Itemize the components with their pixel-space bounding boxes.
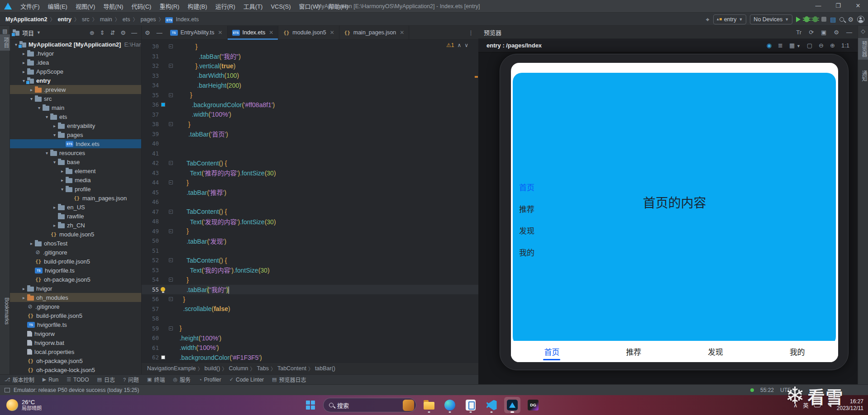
line-number[interactable]: 31 [142,53,159,60]
tool-window-button-版本控制[interactable]: ⎇版本控制 [5,376,34,383]
tree-row[interactable]: ▸zh_CN [10,221,141,230]
tree-row[interactable]: ▸entryability [10,121,141,130]
line-number[interactable]: 61 [142,344,159,351]
code-line[interactable]: 37 .width('100%') [142,110,478,120]
tree-row[interactable]: hvigorw [10,329,141,338]
profile-avatar[interactable] [857,16,864,23]
line-number[interactable]: 54 [142,276,159,283]
menu-item[interactable]: 文件(F) [16,3,44,10]
zoom-in-icon[interactable]: ⊕ [830,42,835,49]
tool-window-button-服务[interactable]: ◎服务 [173,376,191,383]
tree-row[interactable]: ▸AppScope [10,67,141,76]
font-size-icon[interactable]: Tr [796,29,801,36]
line-number[interactable]: 35 [142,92,159,99]
tool-window-button-终端[interactable]: ▣终端 [147,376,165,383]
tree-row[interactable]: ▸.preview [10,85,141,94]
tree-row[interactable]: {}oh-package-lock.json5 [10,365,141,374]
line-number[interactable]: 48 [142,218,159,225]
line-number[interactable]: 55 [142,286,159,293]
chevron-down-icon[interactable]: ▼ [37,30,41,35]
project-structure-icon[interactable]: ▤ [830,14,836,24]
tabstrip-collapse-icon[interactable]: — [153,29,166,36]
tree-row[interactable]: ▸.hvigor [10,49,141,58]
line-number[interactable]: 52 [142,257,159,264]
hide-previewer-icon[interactable]: — [846,29,852,36]
tree-row[interactable]: ▸en_US [10,203,141,212]
tool-window-button-run[interactable]: ▶Run [43,377,58,383]
code-line[interactable]: 62 .backgroundColor('#F1F3F5') [142,353,478,362]
breadcrumb-item[interactable]: src [81,16,91,23]
tree-row[interactable]: {}module.json5 [10,230,141,239]
chevron-icon[interactable]: ▾ [51,160,58,165]
previewer-settings-gear-icon[interactable]: ⚙ [834,29,839,36]
taskbar-app-vscode[interactable] [483,397,500,413]
chevron-icon[interactable]: ▸ [59,169,66,174]
right-strip-tab-2[interactable]: 通知 [858,68,868,84]
tree-row[interactable]: ▾ets [10,112,141,121]
project-tool-tab[interactable]: 项目 [0,34,10,51]
tree-row[interactable]: ▾base [10,157,141,166]
taskbar-search[interactable]: 搜索 [323,398,416,412]
menu-item[interactable]: VCS(S) [267,3,295,10]
zoom-out-icon[interactable]: ⊖ [819,42,824,49]
tool-window-button-todo[interactable]: ☰TODO [67,377,89,383]
editor-tab-entryability-ts[interactable]: TSEntryAbility.ts✕ [166,26,228,40]
line-number[interactable]: 33 [142,72,159,79]
fold-marker-icon[interactable]: − [169,64,173,68]
editor-tab-main-pages-json[interactable]: {}main_pages.json✕ [339,26,410,40]
menu-item[interactable]: 重构(R) [155,3,183,10]
tree-row[interactable]: {}oh-package.json5 [10,275,141,284]
debug-button[interactable] [804,16,809,22]
taskbar-weather[interactable]: 26°C 局部晴朗 [6,399,42,411]
locate-file-icon[interactable]: ⊕ [88,29,96,36]
fold-marker-icon[interactable]: − [169,229,173,233]
file-encoding[interactable]: UTF-8 [780,387,796,393]
intention-bulb-icon[interactable] [161,287,165,292]
tree-row[interactable]: ⊘.gitignore [10,248,141,257]
taskbar-clock[interactable]: 16:27 2023/12/11 [837,398,863,412]
line-number[interactable]: 51 [142,247,159,254]
tree-row[interactable]: ▾MyApplication2 [MyApplication2]E:\Harm [10,40,141,49]
tree-row[interactable]: ▾entry [10,76,141,85]
tool-window-button-日志[interactable]: ▤日志 [97,376,115,383]
line-number[interactable]: 40 [142,140,159,147]
breadcrumb-item[interactable]: pages [139,16,157,23]
breadcrumb-item[interactable]: entry [57,16,72,23]
code-line[interactable]: 31 .tabBar("我的") [142,52,478,61]
side-tab-4[interactable]: 我的 [516,246,551,258]
fold-marker-icon[interactable]: − [169,180,173,184]
close-button[interactable]: ✕ [848,0,868,13]
code-line[interactable]: 46 [142,197,478,207]
close-icon[interactable]: ✕ [218,29,222,36]
code-line[interactable]: 48 Text('发现的内容').fontSize(30) [142,217,478,226]
pin-icon[interactable]: ▣ [821,29,826,36]
chevron-icon[interactable]: ▾ [43,151,50,156]
chevron-icon[interactable]: ▸ [59,178,66,183]
side-tab-3[interactable]: 发现 [516,225,551,236]
menu-item[interactable]: 运行(R) [211,3,239,10]
code-line[interactable]: 45 .tabBar('推荐') [142,188,478,198]
line-number[interactable]: 42 [142,160,159,166]
line-number[interactable]: 41 [142,150,159,157]
fold-marker-icon[interactable]: − [169,297,173,301]
bottom-tab-2[interactable]: 推荐 [626,346,641,357]
project-panel-title[interactable]: 项目 [22,28,34,37]
fold-marker-icon[interactable]: − [169,44,173,48]
breadcrumb-item[interactable]: Index.ets [175,16,200,23]
chevron-icon[interactable]: ▾ [28,96,35,101]
network-icon[interactable] [814,403,820,407]
tree-row[interactable]: hvigorw.bat [10,338,141,347]
code-line[interactable]: 30− } [142,42,478,52]
menu-item[interactable]: 工具(T) [239,3,267,10]
fold-marker-icon[interactable]: − [169,210,173,214]
side-tab-1[interactable]: 首页 [516,181,551,193]
collapse-all-icon[interactable]: ⇵ [109,29,116,36]
line-number[interactable]: 43 [142,170,159,176]
line-number[interactable]: 46 [142,198,159,205]
line-number[interactable]: 60 [142,335,159,341]
frame-icon[interactable]: ▢ [807,42,812,49]
grid-view-icon[interactable]: ▦ ▼ [789,42,801,49]
warning-stripe-mark[interactable] [475,76,478,78]
code-line[interactable]: 52− TabContent() { [142,255,478,265]
bottom-tab-1[interactable]: 首页 [544,346,559,357]
